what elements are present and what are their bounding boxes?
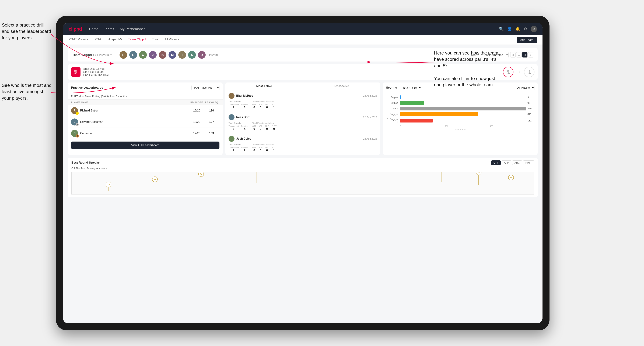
- chart-row-bogeys: Bogeys 311: [386, 112, 534, 116]
- grid-icon[interactable]: ⊞: [510, 52, 516, 57]
- subnav: PGAT Players PGA Hcaps 1-5 Team Clippd T…: [63, 35, 542, 45]
- streak-dot: 5x: [300, 172, 306, 181]
- player-filter[interactable]: All Players: [515, 85, 534, 90]
- player-avatar-9[interactable]: D: [198, 51, 206, 59]
- avatar[interactable]: U: [530, 26, 537, 32]
- player-avatar-7[interactable]: T: [178, 51, 186, 59]
- shot-circle-start: 16 yds: [503, 67, 514, 77]
- streak-line: [358, 172, 358, 179]
- eagles-bar: [400, 95, 401, 99]
- streak-line: [108, 187, 109, 191]
- col-avg: PB AVG SQ: [204, 101, 220, 104]
- player-avatar-1[interactable]: R: [120, 51, 127, 59]
- dbogeys-bar-container: [400, 119, 526, 123]
- sort-icon[interactable]: ↕: [528, 52, 534, 57]
- streak-line: [256, 172, 257, 183]
- streaks-header: Best Round Streaks OTT APP ARG PUTT: [72, 161, 534, 165]
- nav-logo[interactable]: clippd: [68, 26, 82, 32]
- player-avatar-2[interactable]: E: [129, 51, 137, 59]
- birdies-label: Birdies: [386, 102, 400, 104]
- subnav-team-clippd[interactable]: Team Clippd: [128, 37, 146, 42]
- pa-stats-2: Total Rounds Tournament 8 Practice 4: [228, 122, 377, 131]
- view-leaderboard-button[interactable]: View Full Leaderboard: [71, 142, 220, 149]
- list-icon[interactable]: ☰: [516, 52, 522, 57]
- bell-icon[interactable]: 🔔: [516, 27, 520, 31]
- chart-row-eagles: Eagles 3: [386, 95, 534, 99]
- eagles-label: Eagles: [386, 96, 400, 99]
- streaks-section: Best Round Streaks OTT APP ARG PUTT Off …: [68, 158, 538, 197]
- streak-btn-app[interactable]: APP: [502, 161, 511, 165]
- pb-score-3: 17/20: [190, 132, 204, 135]
- subnav-hcaps[interactable]: Hcaps 1-5: [108, 37, 122, 42]
- activity-tabs: Most Active Least Active: [226, 82, 380, 90]
- streak-dot: 6x: [152, 176, 158, 188]
- list-item: Josh Coles 26 Aug 2023 Total Rounds Tour…: [226, 133, 380, 155]
- player-avatar-8[interactable]: S: [188, 51, 196, 59]
- view-icons: ⊞ ☰ ⊡ ↕: [510, 52, 534, 57]
- streaks-chart: 7x6x6x5x5x4x4x4x3x3x: [72, 172, 534, 194]
- nav-link-performance[interactable]: My Performance: [120, 26, 146, 32]
- pars-label: Pars: [386, 107, 400, 110]
- card-icon[interactable]: ⊡: [522, 52, 528, 57]
- player-avatar-6[interactable]: M: [168, 51, 176, 59]
- streak-dot: 5x: [254, 172, 259, 183]
- subnav-pga[interactable]: PGA: [94, 37, 101, 42]
- tab-most-active[interactable]: Most Active: [226, 82, 303, 90]
- col-player-name: PLAYER NAME: [71, 101, 190, 104]
- par-filter[interactable]: Par 3, 4 & 5s: [399, 85, 422, 90]
- streak-dot: 4x: [439, 172, 444, 182]
- leaderboard-subtitle: PUTT Must Make Putting (3-6 ft), Last 3 …: [68, 93, 222, 100]
- pa-activities-label: Total Practice Activities: [252, 100, 277, 103]
- nav-link-teams[interactable]: Teams: [104, 26, 114, 32]
- pa-name-1: Blair McHarg: [236, 94, 254, 97]
- chart-footer: Total Shots: [386, 128, 534, 131]
- search-icon[interactable]: 🔍: [499, 27, 504, 31]
- player-avatar-5[interactable]: B: [159, 51, 166, 59]
- pa-stats-3: Total Rounds Tournament 7 Practice 2: [228, 144, 377, 152]
- settings-icon[interactable]: ⚙: [524, 27, 527, 31]
- pa-activities-values: OTT 0 APP 0 ARG 0: [252, 104, 277, 109]
- pa-activities-group: Total Practice Activities OTT 0 APP 0: [252, 100, 277, 109]
- pa-putt-1: 1: [272, 106, 277, 109]
- add-team-button[interactable]: Add Team: [516, 37, 537, 43]
- list-item: Rees Britt 02 Sep 2023 Total Rounds Tour…: [226, 112, 380, 133]
- streak-dot-circle: 7x: [106, 182, 111, 187]
- tab-least-active[interactable]: Least Active: [303, 82, 380, 90]
- pa-rounds-values: Tournament 7 Practice 6: [228, 104, 248, 109]
- birdies-bar: [400, 101, 424, 105]
- subnav-all-players[interactable]: All Players: [164, 37, 180, 42]
- table-header: PLAYER NAME PB SCORE PB AVG SQ: [68, 100, 222, 105]
- rank-avatar-2: E 2: [71, 119, 78, 126]
- shot-unit: SC: [74, 72, 77, 74]
- pa-practice-val-1: 6: [241, 106, 248, 109]
- streak-dot: 3x: [476, 172, 482, 185]
- team-title: Team Clippd: [72, 53, 92, 57]
- drill-dropdown[interactable]: PUTT Must Make Putt...: [192, 85, 220, 90]
- pa-avatar-3: [228, 136, 234, 142]
- streak-dot: 4x: [356, 172, 361, 179]
- streak-dot: 6x: [198, 172, 204, 185]
- leaderboard-header: Practice Leaderboards PUTT Must Make Put…: [68, 82, 222, 93]
- shot-number: 198: [74, 70, 77, 72]
- streak-line: [442, 172, 442, 182]
- rank-badge-2: 2: [76, 123, 79, 126]
- streak-btn-ott[interactable]: OTT: [491, 161, 501, 165]
- streaks-title: Best Round Streaks: [72, 161, 100, 165]
- player-avatar-4[interactable]: J: [149, 51, 156, 59]
- annotation-right: Here you can see how the team have score…: [434, 50, 500, 88]
- person-icon[interactable]: 👤: [507, 27, 512, 31]
- streak-dot: 7x: [106, 182, 111, 191]
- subnav-pgat[interactable]: PGAT Players: [68, 37, 88, 42]
- edit-icon[interactable]: ✏: [110, 53, 112, 57]
- player-avatar-3[interactable]: C: [139, 51, 147, 59]
- bogeys-bar: [400, 112, 478, 116]
- nav-link-home[interactable]: Home: [89, 26, 98, 32]
- streak-btn-arg[interactable]: ARG: [512, 161, 522, 165]
- practice-leaderboard-panel: Practice Leaderboards PUTT Must Make Put…: [68, 82, 222, 155]
- streak-btn-putt[interactable]: PUTT: [523, 161, 534, 165]
- streak-dot-circle: 6x: [198, 172, 204, 177]
- pa-arg-1: 0: [265, 106, 269, 109]
- col-score: PB SCORE: [190, 101, 204, 104]
- subnav-tour[interactable]: Tour: [152, 37, 158, 42]
- dbogeys-label: D. Bogeys +: [386, 118, 400, 123]
